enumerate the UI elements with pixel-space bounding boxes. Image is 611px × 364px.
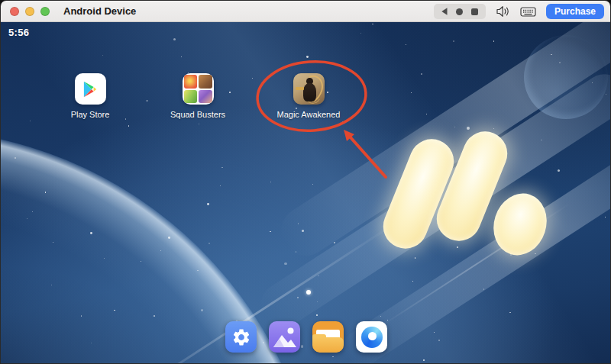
star	[592, 82, 593, 83]
nav-home-button[interactable]	[452, 4, 467, 19]
star	[45, 192, 46, 192]
star	[332, 356, 333, 357]
star	[181, 56, 182, 57]
comet-streak-line	[378, 202, 571, 328]
page-indicator-dot	[306, 290, 311, 295]
comet-trail	[272, 22, 611, 265]
speaker-icon	[496, 5, 510, 18]
star	[483, 288, 485, 290]
android-home-screen[interactable]: 5:56 Play Store Squad Busters	[1, 22, 611, 364]
mumu-logo-pill	[377, 133, 461, 256]
play-store-icon	[75, 73, 106, 105]
star	[302, 230, 304, 232]
purchase-button[interactable]: Purchase	[546, 4, 604, 19]
keyboard-button[interactable]	[520, 6, 536, 18]
star	[551, 54, 552, 56]
star	[270, 231, 270, 232]
mumu-logo-dot	[486, 187, 554, 263]
app-label: Magic Awakened	[272, 110, 345, 119]
star	[296, 251, 297, 253]
volume-button[interactable]	[496, 5, 510, 18]
titlebar-controls: Purchase	[434, 1, 604, 22]
star	[423, 359, 425, 361]
star	[15, 157, 16, 159]
star	[160, 250, 161, 251]
star	[342, 121, 343, 122]
android-nav-group	[434, 4, 486, 19]
emulator-window: Android Device	[0, 0, 611, 364]
close-button[interactable]	[10, 7, 19, 16]
star	[81, 315, 82, 316]
mumu-logo-pill	[430, 125, 514, 248]
nav-recents-button[interactable]	[467, 4, 483, 19]
star	[360, 33, 361, 34]
star	[402, 227, 402, 227]
dock-gallery-app[interactable]	[269, 321, 300, 353]
app-squad-busters[interactable]: Squad Busters	[161, 73, 234, 119]
star	[220, 185, 221, 186]
star	[53, 242, 53, 243]
star	[270, 182, 271, 182]
minimize-button[interactable]	[25, 7, 34, 16]
star	[297, 297, 299, 298]
star	[30, 121, 31, 121]
dock-files-app[interactable]	[312, 321, 344, 353]
star	[141, 261, 141, 262]
back-triangle-icon	[440, 7, 449, 16]
star	[412, 281, 413, 282]
star	[209, 243, 210, 244]
star	[312, 184, 313, 185]
star	[334, 242, 335, 243]
dock	[225, 321, 387, 353]
home-circle-icon	[456, 8, 463, 15]
app-label: Squad Busters	[161, 110, 234, 119]
star	[510, 254, 512, 256]
nav-back-button[interactable]	[437, 4, 452, 19]
star	[27, 218, 27, 219]
maximize-button[interactable]	[40, 7, 50, 16]
star	[411, 92, 412, 93]
star	[457, 246, 458, 248]
star	[168, 237, 170, 239]
star	[509, 312, 511, 314]
window-titlebar: Android Device	[1, 1, 610, 22]
keyboard-icon	[520, 6, 536, 18]
star	[380, 316, 381, 317]
star	[406, 44, 406, 45]
star	[197, 270, 199, 272]
star	[128, 125, 130, 127]
window-title: Android Device	[63, 5, 136, 17]
star	[418, 157, 419, 158]
star	[306, 56, 309, 58]
star	[372, 24, 373, 25]
dock-settings-app[interactable]	[225, 321, 257, 353]
app-magic-awakened[interactable]: Magic Awakened	[272, 73, 345, 119]
star	[493, 128, 494, 129]
star	[147, 100, 147, 101]
star	[102, 55, 103, 56]
browser-globe-icon	[361, 327, 383, 348]
star	[419, 211, 419, 211]
star	[606, 94, 606, 95]
star	[467, 127, 470, 130]
dock-browser-app[interactable]	[356, 321, 387, 353]
star	[438, 340, 440, 341]
star	[454, 127, 456, 128]
status-bar-clock: 5:56	[8, 27, 29, 38]
app-play-store[interactable]: Play Store	[53, 73, 127, 119]
star	[201, 309, 203, 311]
squad-busters-icon	[183, 73, 214, 105]
star	[221, 167, 223, 169]
magic-awakened-icon	[293, 73, 325, 105]
star	[199, 124, 199, 124]
star	[252, 78, 253, 79]
photos-icon	[269, 321, 300, 353]
recents-square-icon	[471, 8, 478, 15]
traffic-lights	[10, 7, 50, 16]
star	[434, 332, 435, 333]
star	[453, 40, 454, 42]
star	[318, 275, 319, 277]
annotation-arrow-line	[350, 137, 386, 177]
star	[535, 253, 535, 254]
star	[284, 263, 287, 266]
